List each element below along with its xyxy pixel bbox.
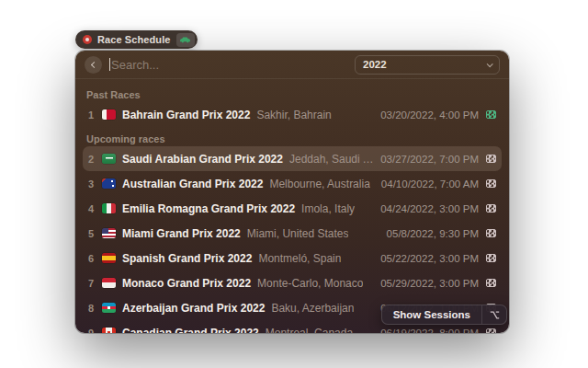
search-placeholder: Search... [111,58,159,72]
show-sessions-button[interactable]: Show Sessions [381,305,507,325]
row-number: 2 [86,154,96,165]
race-datetime: 05/8/2022, 9:30 PM [387,228,479,239]
row-accessories: 05/22/2022, 3:00 PM [380,253,496,264]
row-number: 1 [86,109,96,121]
checkered-flag-icon [486,254,496,262]
race-row[interactable]: 1Bahrain Grand Prix 2022Sakhir, Bahrain0… [83,102,502,127]
race-location: Baku, Azerbaijan [271,302,354,315]
row-number: 5 [86,228,96,239]
race-title: Canadian Grand Prix 2022 [122,327,259,334]
checkered-flag-icon [486,110,496,119]
race-datetime: 04/10/2022, 7:00 AM [381,178,479,190]
race-title: Saudi Arabian Grand Prix 2022 [122,153,283,166]
checkered-flag-icon [486,328,496,333]
chevron-down-icon [487,61,493,67]
checkered-flag-icon [486,229,496,237]
race-row[interactable]: 2Saudi Arabian Grand Prix 2022Jeddah, Sa… [83,146,502,171]
record-icon [83,35,92,44]
race-row[interactable]: 6Spanish Grand Prix 2022Montmeló, Spain0… [83,246,502,270]
show-sessions-label: Show Sessions [382,309,481,320]
checkered-flag-icon [486,204,496,213]
row-accessories: 04/24/2022, 3:00 PM [380,203,496,214]
race-title: Spanish Grand Prix 2022 [122,252,252,265]
usa-flag-icon [102,228,116,238]
bahrain-flag-icon [102,109,116,120]
race-title: Australian Grand Prix 2022 [122,178,263,190]
race-location: Sakhir, Bahrain [256,109,331,121]
row-accessories: 03/20/2022, 4:00 PM [380,109,496,121]
checkered-flag-icon [486,179,496,188]
race-row[interactable]: 5Miami Grand Prix 2022Miami, United Stat… [83,221,502,246]
section-title: Upcoming races [83,127,502,146]
row-number: 3 [86,178,96,190]
race-list: Past Races1Bahrain Grand Prix 2022Sakhir… [75,79,509,333]
race-title: Monaco Grand Prix 2022 [122,277,251,290]
monaco-flag-icon [102,278,116,288]
search-input[interactable]: Search... [109,51,347,78]
race-car-chip [176,33,195,47]
checkered-flag-icon [486,279,496,287]
row-accessories: 03/27/2022, 7:00 PM [380,154,496,165]
saudi-flag-icon [102,154,116,164]
race-location: Montmeló, Spain [258,252,341,265]
canada-flag-icon [102,328,116,333]
race-location: Miami, United States [247,227,349,240]
row-number: 9 [86,328,96,334]
spain-flag-icon [102,253,116,263]
season-dropdown[interactable]: 2022 [355,55,500,75]
text-caret [109,58,110,71]
race-row[interactable]: 4Emilia Romagna Grand Prix 2022Imola, It… [83,196,502,221]
race-title: Emilia Romagna Grand Prix 2022 [122,202,295,215]
race-car-icon [179,36,191,44]
race-location: Montreal, Canada [266,327,353,334]
australia-flag-icon [102,178,116,189]
race-location: Imola, Italy [301,202,355,215]
race-datetime: 04/24/2022, 3:00 PM [380,203,479,214]
italy-flag-icon [102,203,116,213]
azerbaijan-flag-icon [102,303,116,313]
race-datetime: 05/22/2022, 3:00 PM [380,253,479,264]
row-accessories: 05/8/2022, 9:30 PM [387,228,496,239]
row-number: 8 [86,303,96,314]
race-row[interactable]: 7Monaco Grand Prix 2022Monte-Carlo, Mona… [83,270,502,295]
race-datetime: 03/20/2022, 4:00 PM [380,109,479,121]
race-title: Miami Grand Prix 2022 [122,227,241,240]
race-datetime: 06/19/2022, 8:00 PM [380,328,479,334]
checkered-flag-icon [486,155,496,163]
row-number: 7 [86,278,96,289]
race-title: Bahrain Grand Prix 2022 [122,109,250,121]
race-row[interactable]: 3Australian Grand Prix 2022Melbourne, Au… [83,171,502,196]
race-datetime: 03/27/2022, 7:00 PM [380,154,479,165]
search-bar: Search... 2022 [75,51,509,79]
extension-pill[interactable]: Race Schedule [75,30,198,49]
row-accessories: 06/19/2022, 8:00 PM [380,328,496,334]
row-number: 4 [86,203,96,214]
race-location: Monte-Carlo, Monaco [257,277,363,290]
race-schedule-window: Search... 2022 Past Races1Bahrain Grand … [75,51,509,333]
row-number: 6 [86,253,96,264]
row-accessories: 04/10/2022, 7:00 AM [381,178,496,190]
race-datetime: 05/29/2022, 3:00 PM [380,278,479,289]
section-title: Past Races [83,83,502,102]
race-title: Azerbaijan Grand Prix 2022 [122,302,265,315]
row-accessories: 05/29/2022, 3:00 PM [380,278,496,289]
chevron-left-icon [91,61,97,67]
extension-title: Race Schedule [97,34,171,45]
season-dropdown-value: 2022 [363,59,481,70]
race-location: Melbourne, Australia [269,178,369,190]
option-key-icon [482,311,506,319]
back-button[interactable] [85,56,102,74]
race-location: Jeddah, Saudi Arabia [289,153,374,166]
